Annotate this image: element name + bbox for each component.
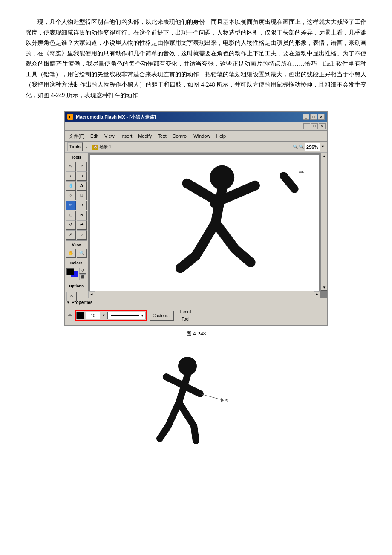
properties-content: ✏ ▼ ▼ Custom... Pencil Tool xyxy=(66,307,326,324)
titlebar-controls[interactable]: _ □ × xyxy=(303,114,325,120)
pencil-tool-label: Pencil Tool xyxy=(180,308,191,323)
tool-oval[interactable]: ○ xyxy=(66,191,76,200)
tool-eraser[interactable]: ○ xyxy=(77,230,87,240)
svg-line-14 xyxy=(179,402,194,426)
scroll-left-btn[interactable]: ◄ xyxy=(88,291,95,298)
scroll-right-btn[interactable]: ► xyxy=(314,291,320,298)
menu-file[interactable]: 文件(F) xyxy=(66,132,87,141)
flash-body: Tools ↖ ↗ / ρ 💧 A ○ □ ✏ R ⊞ R ↺ xyxy=(65,153,327,298)
sub-controls[interactable]: _ □ × xyxy=(303,123,326,129)
svg-line-18 xyxy=(200,394,224,400)
minimize-btn[interactable]: _ xyxy=(303,114,309,120)
tool-text[interactable]: A xyxy=(77,181,87,191)
tool-arrow[interactable]: ↖ xyxy=(66,162,76,171)
zoom-arrow[interactable]: ▼ xyxy=(321,144,325,150)
tools-panel: Tools ↖ ↗ / ρ 💧 A ○ □ ✏ R ⊞ R ↺ xyxy=(65,153,88,298)
style-arrow-icon: ▼ xyxy=(141,313,144,319)
tool-freexform[interactable]: ⊞ xyxy=(66,211,76,220)
tool-zoom[interactable]: 🔍 xyxy=(77,249,87,258)
zoom-icon1: 🔍 xyxy=(293,143,298,150)
scene-label: 场景 1 xyxy=(99,143,111,150)
sub-restore[interactable]: □ xyxy=(311,123,318,129)
stroke-color-box[interactable] xyxy=(66,268,74,275)
zoom-icon2: 🔍 xyxy=(299,143,304,150)
tool-line[interactable]: / xyxy=(66,171,76,181)
size-arrow[interactable]: ▼ xyxy=(102,312,106,319)
flash-toolbar: Tools ← 🏠 场景 1 🔍 🔍 296% ▼ xyxy=(65,142,327,153)
custom-button[interactable]: Custom... xyxy=(150,311,174,321)
sub-close[interactable]: × xyxy=(319,123,326,129)
zoom-display: 🔍 🔍 296% ▼ xyxy=(293,143,325,152)
tool-hand[interactable]: ✋ xyxy=(66,249,76,258)
tool-pen[interactable]: 💧 xyxy=(66,181,76,191)
tool-brush[interactable]: R xyxy=(77,201,87,210)
svg-line-15 xyxy=(168,402,179,426)
colors-section: ↺ ⬛ xyxy=(66,267,87,281)
tool-lasso[interactable]: ρ xyxy=(77,171,87,181)
menu-view[interactable]: View xyxy=(102,132,117,141)
properties-label: Properties xyxy=(72,299,92,306)
flash-icon: F xyxy=(67,114,73,120)
canvas-area: ✏ ▲ ▼ ◄ ► xyxy=(88,153,327,298)
svg-text:✏: ✏ xyxy=(299,169,304,176)
menu-help[interactable]: Help xyxy=(213,132,228,141)
sub-titlebar: _ □ × xyxy=(65,122,327,131)
color-boxes xyxy=(66,268,78,280)
vertical-scrollbar[interactable]: ▲ ▼ xyxy=(320,153,327,291)
scroll-track-v[interactable] xyxy=(321,159,327,284)
properties-triangle-icon: ▼ xyxy=(66,300,70,306)
pencil-sub: Tool xyxy=(180,315,191,323)
stroke-color-prop[interactable] xyxy=(76,312,84,319)
tool-pencil[interactable]: ✏ xyxy=(66,201,76,210)
stroke-line-preview xyxy=(111,315,139,316)
titlebar-left: F Macromedia Flash MX - [小黑人走路] xyxy=(67,113,156,121)
tool-fill[interactable]: R xyxy=(77,211,87,220)
scroll-up-btn[interactable]: ▲ xyxy=(321,153,327,159)
horizontal-scrollbar[interactable]: ◄ ► xyxy=(88,291,320,298)
color-swap-btns: ↺ ⬛ xyxy=(79,268,86,280)
tool-eyedrop[interactable]: ↗ xyxy=(66,230,76,240)
menu-modify[interactable]: Modify xyxy=(135,132,154,141)
page-content: 现，几个人物造型得区别在他们的头部，以此来表现他们的身份，而且基本以侧面角度出现… xyxy=(0,0,392,483)
tool-ink[interactable]: ↺ xyxy=(66,220,76,230)
colors-section-label: Colors xyxy=(66,259,87,267)
svg-line-7 xyxy=(235,249,251,263)
sub-minimize[interactable]: _ xyxy=(303,123,310,129)
scroll-down-btn[interactable]: ▼ xyxy=(321,284,327,291)
stroke-style-select[interactable]: ▼ xyxy=(107,312,146,319)
figure-4-248-container: F Macromedia Flash MX - [小黑人走路] _ □ × _ … xyxy=(26,111,366,338)
tool-rect[interactable]: □ xyxy=(77,191,87,200)
figure-4-248-caption: 图 4-248 xyxy=(186,329,206,338)
reset-color-btn[interactable]: ⬛ xyxy=(79,274,86,280)
close-btn[interactable]: × xyxy=(318,114,325,120)
svg-line-8 xyxy=(284,176,295,189)
stickman2-figure: ↖ xyxy=(145,351,247,462)
menu-edit[interactable]: Edit xyxy=(88,132,101,141)
scroll-track-h[interactable] xyxy=(95,291,314,298)
menu-window[interactable]: Window xyxy=(191,132,213,141)
menu-insert[interactable]: Insert xyxy=(118,132,135,141)
stickman-figure: ✏ xyxy=(90,155,319,295)
stickman2-svg-container: ↖ xyxy=(145,351,247,462)
main-paragraph: 现，几个人物造型得区别在他们的头部，以此来表现他们的身份，而且基本以侧面角度出现… xyxy=(26,17,366,101)
pencil-name: Pencil xyxy=(180,308,191,315)
zoom-value[interactable]: 296% xyxy=(305,143,320,152)
menu-text[interactable]: Text xyxy=(156,132,169,141)
properties-title: ▼ Properties xyxy=(66,299,326,306)
window-title: Macromedia Flash MX - [小黑人走路] xyxy=(76,113,156,121)
svg-line-4 xyxy=(196,223,215,256)
properties-bar: ▼ Properties ✏ ▼ ▼ Custom... xyxy=(65,298,327,325)
svg-text:↖: ↖ xyxy=(225,398,229,404)
tool-subselect[interactable]: ↗ xyxy=(77,162,87,171)
menu-control[interactable]: Control xyxy=(170,132,190,141)
tool-paint[interactable]: ⇌ xyxy=(77,220,87,230)
flash-menubar: 文件(F) Edit View Insert Modify Text Contr… xyxy=(65,131,327,142)
maximize-btn[interactable]: □ xyxy=(310,114,317,120)
svg-line-5 xyxy=(216,223,235,249)
back-arrow[interactable]: ← xyxy=(85,143,90,151)
swap-color-btn[interactable]: ↺ xyxy=(79,268,86,274)
tools-section-label: Tools xyxy=(66,153,87,161)
color-stroke-row: ↺ ⬛ xyxy=(66,268,86,280)
stroke-size-input[interactable] xyxy=(86,312,100,319)
svg-marker-19 xyxy=(221,398,224,403)
